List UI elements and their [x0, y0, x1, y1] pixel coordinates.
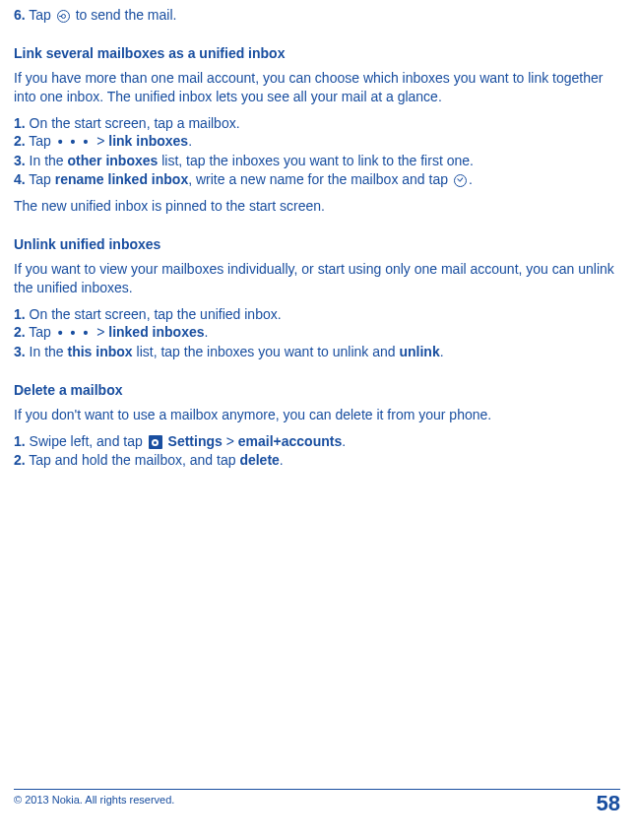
step-1: 1. On the start screen, tap the unified …	[14, 305, 620, 324]
heading-unlink-inboxes: Unlink unified inboxes	[14, 235, 620, 254]
list-name: this inbox	[68, 344, 133, 359]
page-footer: © 2013 Nokia. All rights reserved. 58	[14, 789, 620, 818]
step-number: 1.	[14, 306, 26, 322]
text: Tap	[26, 171, 55, 187]
text: >	[93, 324, 108, 340]
step-2: 2. Tap • • • > link inboxes.	[14, 132, 620, 152]
step-6: 6. Tap to send the mail.	[14, 6, 620, 25]
text: .	[469, 171, 473, 187]
text: On the start screen, tap a mailbox.	[26, 115, 240, 131]
page-number: 58	[597, 789, 620, 818]
page-content: 6. Tap to send the mail. Link several ma…	[0, 0, 638, 470]
text: .	[342, 433, 346, 449]
text: Tap	[26, 7, 55, 23]
text: In the	[26, 153, 68, 168]
step-2: 2. Tap and hold the mailbox, and tap del…	[14, 451, 620, 470]
intro-text: If you want to view your mailboxes indiv…	[14, 260, 620, 297]
step-3: 3. In the other inboxes list, tap the in…	[14, 152, 620, 170]
step-4: 4. Tap rename linked inbox, write a new …	[14, 170, 620, 189]
step-number: 4.	[14, 171, 26, 187]
step-number: 2.	[14, 133, 26, 149]
text: Swipe left, and tap	[26, 433, 147, 449]
text: .	[205, 324, 209, 340]
steps-list: 1. On the start screen, tap the unified …	[14, 305, 620, 362]
check-icon	[454, 174, 467, 187]
heading-link-inboxes: Link several mailboxes as a unified inbo…	[14, 44, 620, 63]
menu-item: email+accounts	[238, 433, 342, 449]
text: , write a new name for the mailbox and t…	[188, 171, 452, 187]
steps-list: 1. Swipe left, and tap Settings > email+…	[14, 432, 620, 470]
text: list, tap the inboxes you want to unlink…	[133, 344, 400, 359]
step-number: 2.	[14, 452, 26, 468]
intro-text: If you have more than one mail account, …	[14, 69, 620, 106]
more-icon: • • •	[58, 324, 90, 343]
text: Tap	[26, 133, 55, 149]
step-1: 1. On the start screen, tap a mailbox.	[14, 114, 620, 133]
outro-text: The new unified inbox is pinned to the s…	[14, 197, 620, 216]
step-3: 3. In the this inbox list, tap the inbox…	[14, 343, 620, 361]
text: .	[280, 452, 284, 468]
step-number: 1.	[14, 433, 26, 449]
send-icon	[57, 10, 70, 23]
text: >	[223, 433, 238, 449]
text: Tap and hold the mailbox, and tap	[26, 452, 240, 468]
step-number: 6.	[14, 7, 26, 23]
step-1: 1. Swipe left, and tap Settings > email+…	[14, 432, 620, 451]
text: Tap	[26, 324, 55, 340]
menu-item: rename linked inbox	[55, 171, 188, 187]
menu-item: link inboxes	[108, 133, 188, 149]
text: In the	[26, 344, 68, 359]
list-name: other inboxes	[68, 153, 159, 168]
text: .	[188, 133, 192, 149]
text: On the start screen, tap the unified inb…	[26, 306, 282, 322]
intro-text: If you don't want to use a mailbox anymo…	[14, 406, 620, 424]
app-name: Settings	[164, 433, 223, 449]
text: list, tap the inboxes you want to link t…	[158, 153, 474, 168]
step-number: 2.	[14, 324, 26, 340]
steps-list: 1. On the start screen, tap a mailbox. 2…	[14, 114, 620, 189]
heading-delete-mailbox: Delete a mailbox	[14, 381, 620, 400]
step-2: 2. Tap • • • > linked inboxes.	[14, 323, 620, 343]
step-number: 1.	[14, 115, 26, 131]
step-number: 3.	[14, 153, 26, 168]
action: delete	[239, 452, 279, 468]
menu-item: linked inboxes	[108, 324, 204, 340]
action: unlink	[399, 344, 439, 359]
copyright-text: © 2013 Nokia. All rights reserved.	[14, 793, 174, 808]
text: >	[93, 133, 108, 149]
step-number: 3.	[14, 344, 26, 359]
text: .	[440, 344, 444, 359]
text: to send the mail.	[72, 7, 177, 23]
settings-icon	[149, 435, 162, 449]
more-icon: • • •	[58, 133, 90, 152]
